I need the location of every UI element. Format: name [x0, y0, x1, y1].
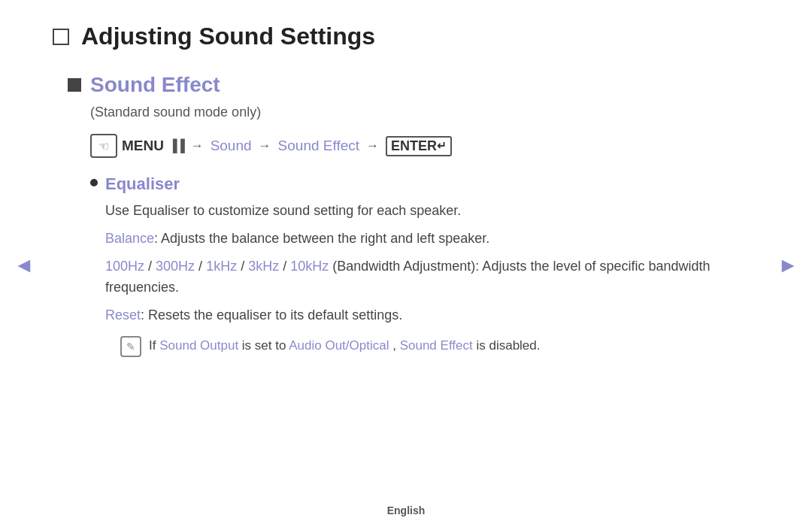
reset-line: Reset: Resets the equaliser to its defau…	[105, 304, 752, 326]
footer-language: English	[387, 504, 426, 516]
slash2: /	[198, 259, 206, 274]
note-line: ✎ If Sound Output is set to Audio Out/Op…	[120, 335, 752, 357]
slash3: /	[241, 259, 248, 274]
equaliser-desc: Use Equaliser to customize sound setting…	[105, 200, 752, 222]
freq-desc: (Bandwidth Adjustment): Adjusts the leve…	[105, 259, 710, 295]
frequency-line: 100Hz / 300Hz / 1kHz / 3kHz / 10kHz (Ban…	[105, 256, 752, 299]
note-middle: is set to	[242, 338, 286, 353]
sound-effect-section: Sound Effect (Standard sound mode only) …	[68, 73, 752, 357]
pencil-icon: ✎	[126, 341, 135, 353]
title-checkbox-icon	[53, 29, 69, 45]
bullet-dot-icon	[90, 179, 98, 186]
section-square-icon	[68, 78, 81, 92]
freq-3k-link: 3kHz	[248, 259, 279, 274]
section-title-text: Sound Effect	[90, 73, 220, 97]
note-suffix: is disabled.	[476, 338, 540, 353]
menu-icon: ☜	[90, 134, 117, 158]
nav-arrow-left[interactable]: ◄	[14, 253, 35, 277]
section-subtitle: (Standard sound mode only)	[90, 104, 752, 120]
slash1: /	[148, 259, 156, 274]
main-title-text: Adjusting Sound Settings	[81, 23, 375, 50]
balance-line: Balance: Adjusts the balance between the…	[105, 228, 752, 250]
menu-bars-icon: ▐▐	[168, 139, 184, 153]
note-sound-effect: Sound Effect	[400, 338, 473, 353]
equaliser-title: Equaliser	[105, 174, 180, 194]
balance-link: Balance	[105, 231, 154, 246]
freq-10k-link: 10kHz	[290, 259, 329, 274]
enter-text: ENTER	[391, 138, 437, 154]
reset-link: Reset	[105, 307, 141, 323]
note-icon: ✎	[120, 336, 141, 357]
main-title: Adjusting Sound Settings	[53, 23, 752, 50]
freq-300-link: 300Hz	[156, 259, 195, 274]
freq-100-link: 100Hz	[105, 259, 144, 274]
freq-1k-link: 1kHz	[206, 259, 237, 274]
menu-navigation-line: ☜ MENU ▐▐ → Sound → Sound Effect → ENTER…	[90, 134, 752, 158]
reset-desc: : Resets the equaliser to its default se…	[141, 307, 402, 323]
arrow1-icon: →	[191, 138, 204, 153]
sound-effect-link: Sound Effect	[278, 138, 359, 154]
note-sound-output: Sound Output	[159, 338, 238, 353]
note-audio-out: Audio Out/Optical	[289, 338, 389, 353]
slash4: /	[283, 259, 290, 274]
equaliser-content: Use Equaliser to customize sound setting…	[105, 200, 752, 357]
balance-desc: : Adjusts the balance between the right …	[154, 231, 489, 246]
enter-arrow-icon: ↵	[437, 139, 447, 153]
menu-label: MENU	[122, 138, 164, 154]
arrow2-icon: →	[259, 138, 271, 153]
nav-arrow-right[interactable]: ►	[777, 253, 798, 277]
note-text: If Sound Output is set to Audio Out/Opti…	[149, 335, 541, 356]
arrow3-icon: →	[366, 138, 379, 153]
equaliser-item: Equaliser	[90, 174, 752, 194]
enter-label: ENTER↵	[386, 136, 452, 156]
hand-icon: ☜	[98, 139, 109, 153]
note-prefix: If	[149, 338, 156, 353]
section-title: Sound Effect	[68, 73, 752, 97]
sound-link: Sound	[211, 138, 252, 154]
bullet-section: Equaliser Use Equaliser to customize sou…	[90, 174, 752, 357]
